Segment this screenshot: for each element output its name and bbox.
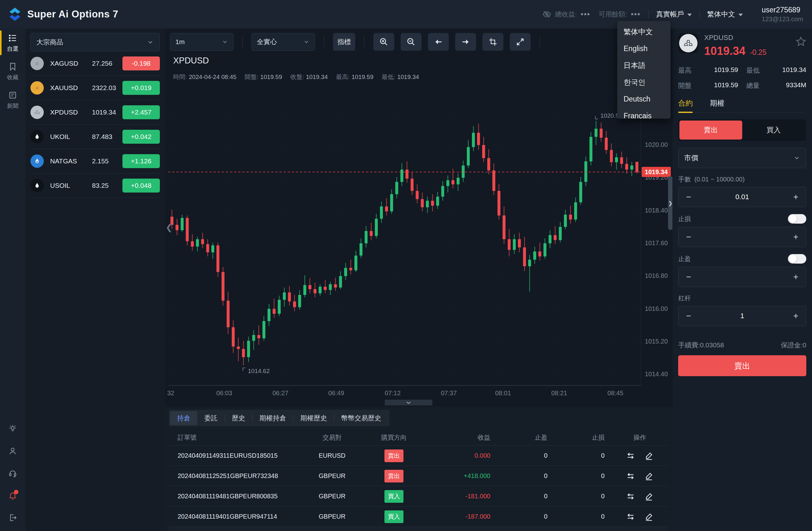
- language-option[interactable]: Deutsch: [617, 91, 670, 107]
- zoom-in-icon: [379, 37, 389, 47]
- sidebar-item-自選[interactable]: 自選: [0, 29, 25, 57]
- pan-left-button[interactable]: [428, 33, 449, 51]
- edit-icon[interactable]: [644, 512, 653, 521]
- language-option[interactable]: English: [617, 40, 670, 57]
- stop-loss-increase-button[interactable]: +: [786, 232, 806, 242]
- watchlist-row-UKOIL[interactable]: UKOIL87.483+0.042: [30, 125, 160, 149]
- table-row[interactable]: 202404081125251GBPEUR732348GBPEUR賣出+418.…: [169, 466, 669, 486]
- positions-tab-委託[interactable]: 委託: [197, 411, 224, 425]
- positions-tab-歷史[interactable]: 歷史: [225, 411, 252, 425]
- chart-toolbar: 1m 全實心 指標: [170, 33, 542, 51]
- leverage-increase-button[interactable]: +: [786, 311, 806, 321]
- table-header: 訂單號交易對購買方向收益止盈止損操作: [169, 430, 669, 445]
- watchlist-row-XAUUSD[interactable]: AuXAUUSD2322.03+0.019: [30, 76, 160, 100]
- profit-value: -187.000: [426, 513, 498, 520]
- time-axis[interactable]: 3206:0306:2706:4907:1207:3708:0108:2108:…: [168, 385, 641, 399]
- time-tick-label: 06:27: [268, 389, 293, 397]
- language-label: 繁体中文: [707, 10, 735, 19]
- fullscreen-button[interactable]: [510, 33, 531, 51]
- zoom-in-button[interactable]: [373, 33, 394, 51]
- take-profit-toggle[interactable]: [788, 254, 806, 263]
- stop-loss-decrease-button[interactable]: −: [679, 232, 699, 242]
- user-block[interactable]: user275689 123@123.com: [762, 6, 803, 23]
- watchlist-row-USOIL[interactable]: USOIL83.25+0.048: [30, 173, 160, 198]
- sell-tab[interactable]: 賣出: [679, 120, 742, 140]
- stop-loss-toggle[interactable]: [788, 214, 806, 224]
- stat-item: 總量9334M: [746, 81, 806, 90]
- take-profit-label: 止盈: [678, 255, 691, 263]
- ohlc-item: 時間:2024-04-24 08:45: [173, 73, 236, 81]
- language-dropdown[interactable]: 繁体中文: [707, 10, 743, 19]
- positions-tab-幣幣交易歷史[interactable]: 幣幣交易歷史: [334, 411, 388, 425]
- interval-select[interactable]: 1m: [170, 33, 233, 51]
- language-option[interactable]: 繁体中文: [617, 24, 670, 40]
- fee-value: 0.03058: [700, 341, 724, 349]
- edit-icon[interactable]: [644, 492, 653, 501]
- swap-icon[interactable]: [626, 512, 635, 521]
- swap-icon[interactable]: [626, 451, 635, 460]
- table-row[interactable]: 202404091149311EURUSD185015EURUSD賣出0.000…: [169, 445, 669, 466]
- instrument-symbol: XPDUSD: [50, 109, 92, 116]
- order-type-select[interactable]: 市價: [678, 148, 806, 168]
- leverage-decrease-button[interactable]: −: [679, 311, 699, 321]
- time-tick-label: 08:45: [603, 389, 628, 397]
- news-icon: [8, 91, 17, 100]
- language-option[interactable]: Français: [617, 107, 670, 119]
- column-header: 操作: [613, 433, 667, 442]
- candlestick-chart[interactable]: 1020.591014.62: [168, 86, 641, 385]
- trade-tab-期權[interactable]: 期權: [710, 98, 724, 113]
- positions-tab-持倉[interactable]: 持倉: [170, 411, 197, 425]
- leverage-value[interactable]: 1: [699, 312, 786, 320]
- price-axis[interactable]: 1020.001019.201018.401017.601016.801016.…: [641, 86, 672, 385]
- instrument-price: 27.256: [92, 60, 122, 67]
- zoom-out-button[interactable]: [401, 33, 422, 51]
- price-tick-label: 1014.40: [645, 371, 668, 378]
- take-profit-decrease-button[interactable]: −: [679, 272, 699, 282]
- lots-increase-button[interactable]: +: [786, 192, 806, 202]
- indicators-button[interactable]: 指標: [333, 33, 355, 51]
- time-tick-label: 08:21: [547, 389, 572, 397]
- edit-icon[interactable]: [644, 451, 653, 460]
- watchlist-row-XPDUSD[interactable]: XPDUSD1019.34+2.457: [30, 100, 160, 125]
- sidebar-item-新聞[interactable]: 新聞: [0, 86, 25, 114]
- watchlist-row-NATGAS[interactable]: NATGAS2.155+1.126: [30, 149, 160, 173]
- crop-button[interactable]: [482, 33, 503, 51]
- candle-style-select[interactable]: 全實心: [251, 33, 315, 51]
- positions-tab-期權持倉[interactable]: 期權持倉: [252, 411, 293, 425]
- lots-value[interactable]: 0.01: [699, 193, 786, 201]
- positions-tab-期權歷史[interactable]: 期權歷史: [293, 411, 334, 425]
- table-row[interactable]: 202404081119481GBPEUR800835GBPEUR買入-181.…: [169, 486, 669, 506]
- language-option[interactable]: 日本語: [617, 57, 670, 74]
- fee-margin-row: 手續費:0.03058 保證金:0: [678, 341, 806, 349]
- edit-icon[interactable]: [644, 472, 653, 480]
- notifications-icon[interactable]: [8, 491, 17, 500]
- panel-collapse-handle-right[interactable]: ❯: [668, 176, 672, 230]
- svg-text:1014.62: 1014.62: [248, 368, 270, 374]
- eye-off-icon[interactable]: [542, 10, 551, 19]
- swap-icon[interactable]: [626, 472, 635, 480]
- panel-collapse-handle-left[interactable]: ❮: [165, 223, 173, 232]
- order-id: 202404081125251GBPEUR732348: [169, 472, 302, 479]
- language-option[interactable]: 한국인: [617, 74, 670, 91]
- sidebar-item-收藏[interactable]: 收藏: [0, 57, 25, 86]
- watchlist-category-select[interactable]: 大宗商品: [30, 33, 160, 52]
- sell-submit-button[interactable]: 賣出: [678, 355, 806, 376]
- logout-icon[interactable]: [8, 513, 17, 522]
- swap-icon[interactable]: [626, 492, 635, 501]
- chevron-down-icon: [147, 39, 154, 46]
- panel-collapse-handle-bottom[interactable]: [385, 400, 432, 405]
- take-profit-increase-button[interactable]: +: [786, 272, 806, 282]
- positions-tabs: 持倉委託歷史期權持倉期權歷史幣幣交易歷史: [169, 410, 390, 426]
- user-icon[interactable]: [8, 447, 17, 456]
- lots-decrease-button[interactable]: −: [679, 192, 699, 202]
- pan-right-button[interactable]: [455, 33, 476, 51]
- theme-icon[interactable]: [8, 425, 17, 433]
- watchlist-row-XAGUSD[interactable]: AgXAGUSD27.256-0.198: [30, 52, 160, 76]
- account-type-dropdown[interactable]: 真實帳戶: [656, 10, 692, 19]
- trade-tab-合約[interactable]: 合約: [678, 98, 693, 113]
- support-icon[interactable]: [8, 469, 17, 478]
- price-tick-label: 1018.40: [645, 207, 668, 214]
- favorite-star-icon[interactable]: [796, 36, 806, 47]
- buy-tab[interactable]: 買入: [742, 120, 805, 140]
- table-row[interactable]: 202404081119401GBPEUR947114GBPEUR買入-187.…: [169, 506, 669, 527]
